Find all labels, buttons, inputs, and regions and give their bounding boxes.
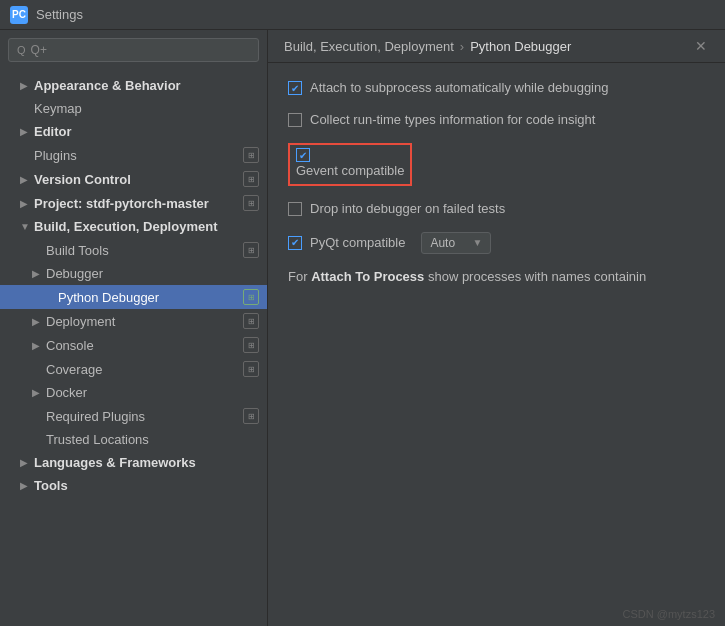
app-icon: PC: [10, 6, 28, 24]
sidebar-item-label: Python Debugger: [58, 290, 243, 305]
external-icon: ⊞: [243, 242, 259, 258]
checkbox-gevent[interactable]: ✔ Gevent compatible: [296, 148, 404, 180]
attach-process-bold: Attach To Process: [311, 269, 424, 284]
arrow-icon: ▶: [32, 340, 46, 351]
sidebar-item-build-exec-deploy[interactable]: ▼ Build, Execution, Deployment: [0, 215, 267, 238]
arrow-icon: ▶: [20, 198, 34, 209]
watermark: CSDN @mytzs123: [623, 608, 715, 620]
arrow-icon: ▶: [20, 80, 34, 91]
setting-attach-subprocess: ✔ Attach to subprocess automatically whi…: [288, 79, 705, 97]
attach-process-suffix: show processes with names containin: [424, 269, 646, 284]
external-icon: ⊞: [243, 171, 259, 187]
arrow-icon: ▶: [32, 387, 46, 398]
sidebar-item-label: Languages & Frameworks: [34, 455, 259, 470]
main-layout: Q Q+ ▶ Appearance & Behavior Keymap ▶ Ed…: [0, 30, 725, 626]
sidebar-item-label: Plugins: [34, 148, 243, 163]
external-icon: ⊞: [243, 361, 259, 377]
checkbox-drop-debugger[interactable]: Drop into debugger on failed tests: [288, 200, 505, 218]
window-title: Settings: [36, 7, 83, 22]
setting-drop-debugger: Drop into debugger on failed tests: [288, 200, 705, 218]
checkbox-icon[interactable]: [288, 113, 302, 127]
sidebar-item-label: Tools: [34, 478, 259, 493]
arrow-icon: ▶: [32, 316, 46, 327]
breadcrumb-parent: Build, Execution, Deployment: [284, 39, 454, 54]
breadcrumb: Build, Execution, Deployment › Python De…: [268, 30, 725, 63]
setting-collect-runtime: Collect run-time types information for c…: [288, 111, 705, 129]
sidebar-item-label: Coverage: [46, 362, 243, 377]
sidebar-content: ▶ Appearance & Behavior Keymap ▶ Editor …: [0, 70, 267, 626]
external-icon: ⊞: [243, 195, 259, 211]
sidebar-item-console[interactable]: ▶ Console ⊞: [0, 333, 267, 357]
checkbox-attach-subprocess[interactable]: ✔ Attach to subprocess automatically whi…: [288, 79, 608, 97]
setting-label-gevent: Gevent compatible: [296, 163, 404, 178]
sidebar-item-trusted-locations[interactable]: Trusted Locations: [0, 428, 267, 451]
sidebar-item-label: Build Tools: [46, 243, 243, 258]
sidebar-item-build-tools[interactable]: Build Tools ⊞: [0, 238, 267, 262]
sidebar: Q Q+ ▶ Appearance & Behavior Keymap ▶ Ed…: [0, 30, 268, 626]
checkbox-collect-runtime[interactable]: Collect run-time types information for c…: [288, 111, 595, 129]
sidebar-item-docker[interactable]: ▶ Docker: [0, 381, 267, 404]
checkbox-pyqt[interactable]: ✔ PyQt compatible: [288, 234, 405, 252]
external-icon: ⊞: [243, 313, 259, 329]
sidebar-item-label: Build, Execution, Deployment: [34, 219, 259, 234]
arrow-icon: ▶: [20, 126, 34, 137]
setting-label-drop-debugger: Drop into debugger on failed tests: [310, 200, 505, 218]
sidebar-item-label: Deployment: [46, 314, 243, 329]
setting-gevent: ✔ Gevent compatible: [288, 143, 412, 185]
pyqt-dropdown[interactable]: Auto ▼: [421, 232, 491, 254]
external-icon: ⊞: [243, 147, 259, 163]
search-icon: Q: [17, 44, 26, 56]
sidebar-item-label: Trusted Locations: [46, 432, 259, 447]
title-bar: PC Settings: [0, 0, 725, 30]
attach-process-row: For Attach To Process show processes wit…: [288, 268, 705, 286]
sidebar-item-label: Keymap: [34, 101, 259, 116]
sidebar-item-label: Editor: [34, 124, 259, 139]
setting-label-attach-subprocess: Attach to subprocess automatically while…: [310, 79, 608, 97]
external-icon: ⊞: [243, 337, 259, 353]
breadcrumb-current: Python Debugger: [470, 39, 571, 54]
setting-label-collect-runtime: Collect run-time types information for c…: [310, 111, 595, 129]
attach-process-text: For Attach To Process show processes wit…: [288, 268, 646, 286]
search-box[interactable]: Q Q+: [8, 38, 259, 62]
sidebar-item-label: Docker: [46, 385, 259, 400]
sidebar-item-label: Debugger: [46, 266, 259, 281]
content-area: Build, Execution, Deployment › Python De…: [268, 30, 725, 626]
sidebar-item-python-debugger[interactable]: Python Debugger ⊞: [0, 285, 267, 309]
search-placeholder: Q+: [31, 43, 47, 57]
sidebar-item-keymap[interactable]: Keymap: [0, 97, 267, 120]
arrow-icon: ▶: [32, 268, 46, 279]
dropdown-arrow-icon: ▼: [472, 237, 482, 248]
checkbox-icon[interactable]: ✔: [288, 81, 302, 95]
sidebar-item-tools[interactable]: ▶ Tools: [0, 474, 267, 497]
sidebar-item-required-plugins[interactable]: Required Plugins ⊞: [0, 404, 267, 428]
sidebar-item-label: Required Plugins: [46, 409, 243, 424]
dropdown-value: Auto: [430, 236, 455, 250]
breadcrumb-separator: ›: [460, 39, 464, 54]
close-button[interactable]: ✕: [693, 38, 709, 54]
sidebar-item-deployment[interactable]: ▶ Deployment ⊞: [0, 309, 267, 333]
setting-pyqt: ✔ PyQt compatible Auto ▼: [288, 232, 705, 254]
arrow-icon: ▶: [20, 174, 34, 185]
sidebar-item-appearance[interactable]: ▶ Appearance & Behavior: [0, 74, 267, 97]
external-icon: ⊞: [243, 408, 259, 424]
sidebar-item-label: Console: [46, 338, 243, 353]
checkbox-icon[interactable]: [288, 202, 302, 216]
arrow-icon: ▶: [20, 480, 34, 491]
setting-label-pyqt: PyQt compatible: [310, 234, 405, 252]
settings-panel: ✔ Attach to subprocess automatically whi…: [268, 63, 725, 626]
arrow-icon: ▶: [20, 457, 34, 468]
sidebar-item-editor[interactable]: ▶ Editor: [0, 120, 267, 143]
sidebar-item-label: Project: stdf-pytorch-master: [34, 196, 243, 211]
sidebar-item-label: Version Control: [34, 172, 243, 187]
sidebar-item-plugins[interactable]: Plugins ⊞: [0, 143, 267, 167]
checkbox-icon[interactable]: ✔: [296, 148, 310, 162]
checkbox-icon[interactable]: ✔: [288, 236, 302, 250]
sidebar-item-debugger[interactable]: ▶ Debugger: [0, 262, 267, 285]
sidebar-item-coverage[interactable]: Coverage ⊞: [0, 357, 267, 381]
sidebar-item-project[interactable]: ▶ Project: stdf-pytorch-master ⊞: [0, 191, 267, 215]
sidebar-item-version-control[interactable]: ▶ Version Control ⊞: [0, 167, 267, 191]
sidebar-item-languages-frameworks[interactable]: ▶ Languages & Frameworks: [0, 451, 267, 474]
arrow-icon: ▼: [20, 221, 34, 232]
external-icon: ⊞: [243, 289, 259, 305]
sidebar-item-label: Appearance & Behavior: [34, 78, 259, 93]
